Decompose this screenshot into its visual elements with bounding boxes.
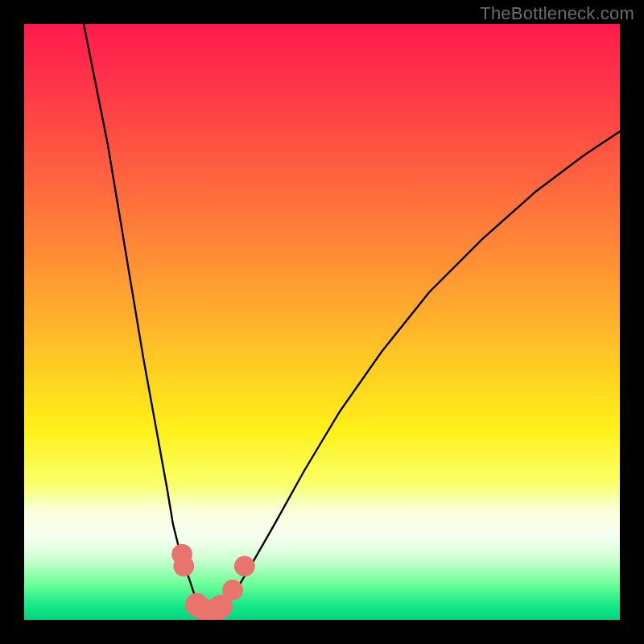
right-dot-upper xyxy=(234,556,255,577)
watermark-text: TheBottleneck.com xyxy=(480,3,634,24)
curve-left-branch xyxy=(84,24,203,614)
plot-area xyxy=(24,24,620,620)
left-dot-lower xyxy=(173,556,194,577)
marker-dots xyxy=(171,544,254,620)
curve-layer xyxy=(24,24,620,620)
curve-right-branch xyxy=(221,131,620,613)
right-dot-lower xyxy=(222,580,243,601)
stage: TheBottleneck.com xyxy=(0,0,644,644)
